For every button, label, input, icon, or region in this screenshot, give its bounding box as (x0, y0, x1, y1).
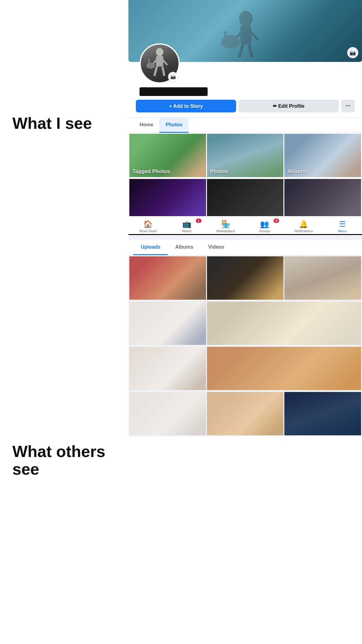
photos-grid-row1 (128, 255, 362, 301)
news-feed-label: News Feed (139, 229, 157, 233)
svg-point-7 (221, 35, 240, 49)
svg-rect-8 (224, 31, 227, 46)
category-albums[interactable]: Albums (284, 134, 361, 177)
what-i-see-label: What I see (12, 115, 92, 132)
photo-cell-7[interactable] (129, 347, 206, 390)
photos-grid-row4 (128, 391, 362, 436)
avatar-camera-icon: 📷 (170, 74, 176, 79)
marketplace-label: Marketplace (217, 229, 235, 233)
nav-menu[interactable]: ☰ Menu (323, 220, 362, 233)
cover-camera-btn[interactable]: 📷 (347, 47, 358, 58)
avatar-wrap: 📷 (140, 43, 180, 84)
profile-section: 📷 + Add to Story ✏ Edit Profile ··· (128, 62, 362, 118)
cover-camera-icon: 📷 (350, 50, 356, 56)
svg-line-13 (154, 67, 157, 76)
photos-label: Photos (210, 168, 228, 175)
more-button[interactable]: ··· (341, 100, 355, 112)
menu-icon: ☰ (339, 220, 346, 228)
tab-uploads[interactable]: Uploads (133, 240, 168, 255)
tagged-photos-label: Tagged Photos (132, 168, 170, 175)
nav-notifications[interactable]: 🔔 Notifications (284, 220, 323, 233)
albums-label: Albums (287, 168, 307, 175)
what-others-see-label: What others see (12, 443, 118, 478)
svg-rect-10 (156, 56, 163, 67)
svg-point-15 (146, 63, 155, 69)
photo-cell-1[interactable] (129, 256, 206, 300)
add-to-story-button[interactable]: + Add to Story (136, 100, 236, 112)
notifications-icon: 🔔 (299, 220, 308, 228)
photo-categories: Tagged Photos Photos Albums (128, 133, 362, 178)
profile-tabs: Home Photos (128, 118, 362, 133)
photo-cell-11[interactable] (207, 392, 284, 435)
nav-watch[interactable]: 1 📺 Watch (167, 220, 206, 233)
svg-line-5 (239, 44, 243, 57)
watch-badge: 1 (196, 219, 201, 223)
notifications-label: Notifications (294, 229, 313, 233)
tab-albums[interactable]: Albums (168, 240, 201, 255)
photo-thumb-3[interactable] (284, 179, 361, 216)
section-divider (128, 235, 362, 240)
photos-grid-row2 (128, 301, 362, 346)
photo-cell-3[interactable] (284, 256, 361, 300)
photo-cell-4[interactable] (129, 302, 206, 345)
menu-label: Menu (338, 229, 347, 233)
news-feed-icon: 🏠 (143, 220, 153, 228)
groups-badge: 8 (274, 219, 279, 223)
photo-thumb-2[interactable] (207, 179, 284, 216)
username-bar (140, 87, 208, 96)
profile-actions: + Add to Story ✏ Edit Profile ··· (133, 100, 357, 112)
bottom-nav: 🏠 News Feed 1 📺 Watch 🏪 Marketplace 8 👥 … (128, 217, 362, 235)
svg-point-1 (239, 11, 253, 26)
photo-row (128, 178, 362, 217)
svg-point-9 (156, 48, 163, 56)
photo-cell-2[interactable] (207, 256, 284, 300)
photo-cell-12[interactable] (284, 392, 361, 435)
nav-groups[interactable]: 8 👥 Groups (245, 220, 284, 233)
tab-videos[interactable]: Videos (201, 240, 232, 255)
upload-tabs: Uploads Albums Videos (128, 240, 362, 255)
edit-profile-button[interactable]: ✏ Edit Profile (239, 100, 339, 112)
nav-news-feed[interactable]: 🏠 News Feed (128, 220, 167, 233)
svg-rect-16 (148, 59, 150, 67)
groups-icon: 👥 (260, 220, 269, 228)
photo-cell-8[interactable] (207, 347, 361, 390)
photo-cell-5[interactable] (207, 302, 361, 345)
photos-grid-row3 (128, 346, 362, 391)
svg-rect-2 (240, 25, 252, 44)
category-photos[interactable]: Photos (207, 134, 284, 177)
photo-thumb-1[interactable] (129, 179, 206, 216)
category-tagged-photos[interactable]: Tagged Photos (129, 134, 206, 177)
avatar-camera-btn[interactable]: 📷 (168, 72, 178, 82)
nav-marketplace[interactable]: 🏪 Marketplace (206, 220, 245, 233)
svg-line-6 (249, 44, 252, 57)
groups-label: Groups (259, 229, 270, 233)
right-panel: 📷 📷 (128, 0, 362, 436)
svg-line-14 (162, 67, 164, 76)
watch-icon: 📺 (182, 220, 192, 228)
photo-cell-10[interactable] (129, 392, 206, 435)
watch-label: Watch (182, 229, 192, 233)
marketplace-icon: 🏪 (221, 220, 231, 228)
tab-photos[interactable]: Photos (159, 118, 188, 133)
tab-home[interactable]: Home (133, 118, 159, 133)
